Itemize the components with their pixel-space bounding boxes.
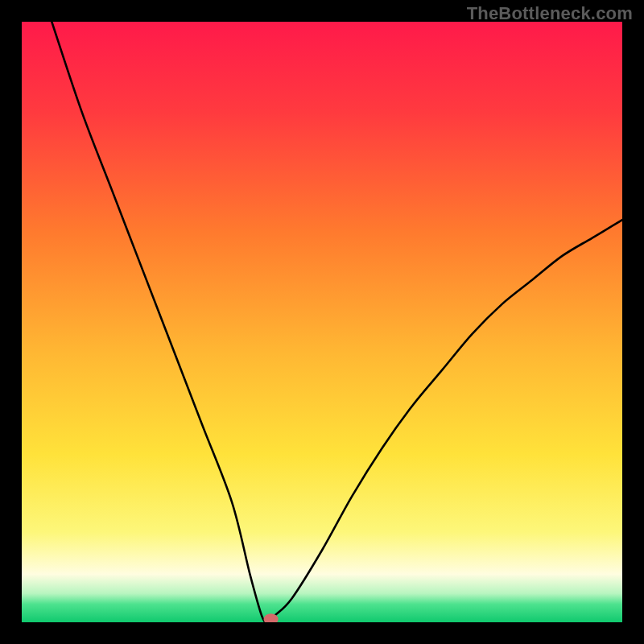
plot-area xyxy=(22,22,622,622)
chart-container: TheBottleneck.com xyxy=(0,0,644,644)
gradient-background xyxy=(22,22,622,622)
bottleneck-chart xyxy=(22,22,622,622)
